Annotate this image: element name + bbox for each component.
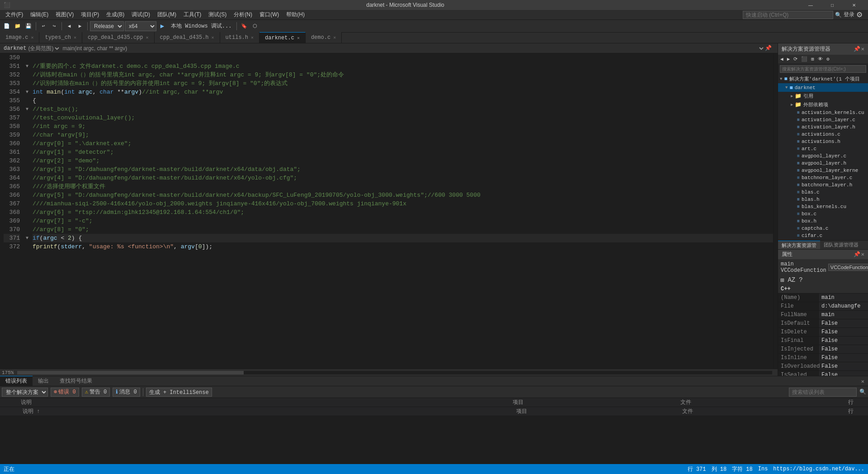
fold-btn[interactable] [24, 53, 31, 62]
se-file-item[interactable]: ≡ blas.h [778, 196, 868, 203]
col-description[interactable]: 说明 [18, 398, 510, 406]
menu-build[interactable]: 生成(B) [103, 10, 128, 19]
tab-close[interactable]: ✕ [31, 35, 33, 40]
fold-btn[interactable] [24, 208, 31, 217]
close-button[interactable]: ✕ [844, 0, 864, 10]
open-btn[interactable]: 📁 [13, 21, 23, 31]
error-count-btn[interactable]: ⊗ 错误 0 [51, 388, 79, 397]
se-filter-btn[interactable]: ⊞ [810, 56, 816, 62]
forward-btn[interactable]: ▶ [75, 21, 85, 31]
fold-btn[interactable] [24, 199, 31, 208]
se-file-item[interactable]: ≡ batchnorm_layer.h [778, 181, 868, 189]
se-folder-ext[interactable]: ▶ 📁 外部依赖项 [778, 100, 868, 109]
horizontal-scrollbar[interactable] [17, 371, 772, 374]
col-line[interactable]: 行 [845, 398, 868, 406]
se-props-btn[interactable]: ⚙ [825, 56, 831, 62]
bottom-panel-close[interactable]: ✕ [858, 377, 868, 386]
fold-btn[interactable]: ▼ [24, 105, 31, 114]
function-dropdown[interactable]: main(int argc, char ** argv) [61, 45, 765, 52]
tab-team-explorer[interactable]: 团队资源管理器 [820, 241, 862, 249]
tab-error-list[interactable]: 错误列表 [0, 376, 33, 386]
tab-output[interactable]: 输出 [33, 376, 54, 386]
start-debug-btn[interactable]: ▶ [157, 21, 167, 31]
platform-dropdown[interactable]: x64 x86 [125, 21, 156, 31]
tab-close[interactable]: ✕ [74, 35, 76, 40]
menu-window[interactable]: 窗口(W) [256, 10, 283, 19]
col-file[interactable]: 文件 [678, 398, 845, 406]
fold-btn[interactable] [24, 225, 31, 234]
minimize-button[interactable]: — [800, 0, 821, 10]
tab-image-c[interactable]: image.c ✕ [0, 32, 39, 43]
se-fwd-btn[interactable]: ▶ [786, 56, 792, 62]
maximize-button[interactable]: □ [822, 0, 843, 10]
tab-close[interactable]: ✕ [297, 35, 300, 41]
se-file-item[interactable]: ≡ blas_kernels.cu [778, 203, 868, 210]
menu-debug[interactable]: 调试(D) [128, 10, 154, 19]
warning-count-btn[interactable]: ⚠ 警告 0 [82, 388, 110, 397]
tab-cpp-deal-h[interactable]: cpp_deal_d435.h ✕ [155, 32, 220, 43]
fold-btn[interactable] [24, 242, 31, 251]
se-file-item[interactable]: ≡ art.c [778, 145, 868, 152]
menu-tools[interactable]: 工具(T) [180, 10, 205, 19]
se-file-item[interactable]: ≡ box.h [778, 218, 868, 225]
menu-team[interactable]: 团队(M) [154, 10, 180, 19]
fold-btn[interactable] [24, 114, 31, 122]
col-project[interactable]: 项目 [510, 398, 678, 406]
tab-solution-explorer[interactable]: 解决方案资源管 [778, 241, 820, 249]
fold-btn[interactable] [24, 156, 31, 165]
tab-types-ch[interactable]: types_ch ✕ [39, 32, 82, 43]
menu-edit[interactable]: 编辑(E) [27, 10, 52, 19]
prop-desc-btn[interactable]: ? [797, 276, 804, 284]
menu-analyze[interactable]: 分析(N) [230, 10, 256, 19]
se-file-item[interactable]: ≡ cifar.c [778, 232, 868, 239]
build-filter-btn[interactable]: 生成 + IntelliSense [146, 388, 212, 397]
menu-project[interactable]: 项目(P) [77, 10, 103, 19]
menu-test[interactable]: 测试(S) [205, 10, 230, 19]
tab-close[interactable]: ✕ [146, 35, 149, 40]
scope-dropdown[interactable]: (全局范围) [26, 45, 61, 52]
se-back-btn[interactable]: ◀ [779, 56, 785, 62]
menu-file[interactable]: 文件(F) [2, 10, 27, 19]
prop-type-dropdown[interactable]: VCCodeFunction [828, 264, 868, 271]
se-folder-ref[interactable]: ▶ 📁 引用 [778, 92, 868, 100]
fold-btn[interactable] [24, 79, 31, 88]
menu-help[interactable]: 帮助(H) [283, 10, 308, 19]
prop-cat-btn[interactable]: ⊞ [779, 276, 785, 284]
code-content[interactable]: //重要的四个.c 文件darknet.c demo.c cpp_deal_d4… [31, 53, 773, 369]
fold-btn[interactable] [24, 165, 31, 174]
fold-btn[interactable] [24, 148, 31, 156]
se-file-item[interactable]: ≡ box.c [778, 210, 868, 218]
se-file-item[interactable]: ≡ batchnorm_layer.c [778, 174, 868, 181]
quick-launch-input[interactable] [743, 11, 833, 19]
se-collapse-btn[interactable]: ⬛ [800, 56, 809, 62]
se-file-item[interactable]: ≡ activations.c [778, 131, 868, 138]
col-file-header[interactable]: 文件 [679, 408, 845, 415]
menu-view[interactable]: 视图(V) [52, 10, 77, 19]
save-btn[interactable]: 💾 [24, 21, 33, 31]
bookmark-btn[interactable]: 🔖 [239, 21, 249, 31]
fold-btn[interactable] [24, 139, 31, 148]
scrollbar-thumb[interactable] [17, 371, 244, 374]
fold-btn[interactable]: ▼ [24, 88, 31, 96]
se-solution-root[interactable]: ▼ ■ 解决方案'darknet'(1 个项目 [778, 75, 868, 83]
se-file-item[interactable]: ≡ blas.c [778, 189, 868, 196]
fold-btn[interactable] [24, 131, 31, 139]
se-file-item[interactable]: ≡ activation_kernels.cu [778, 109, 868, 116]
se-sync-btn[interactable]: ⟳ [792, 56, 799, 62]
se-file-item[interactable]: ≡ activation_layer.c [778, 116, 868, 123]
redo-btn[interactable]: ↪ [49, 21, 59, 31]
tab-darknet-c[interactable]: darknet.c ✕ [259, 32, 306, 43]
fold-btn[interactable] [24, 122, 31, 131]
prop-close[interactable]: ✕ [861, 251, 864, 258]
configuration-dropdown[interactable]: Release Debug [90, 21, 124, 31]
se-file-item[interactable]: ≡ activations.h [778, 138, 868, 145]
se-search-input[interactable] [780, 65, 866, 73]
tab-cpp-deal-cpp[interactable]: cpp_deal_d435.cpp ✕ [82, 32, 154, 43]
col-project-header[interactable]: 项目 [514, 408, 679, 415]
tab-close[interactable]: ✕ [251, 35, 254, 40]
fold-btn[interactable]: ▼ [24, 62, 31, 71]
tab-demo-c[interactable]: demo.c ✕ [306, 32, 342, 43]
error-scope-dropdown[interactable]: 整个解决方案 [2, 388, 48, 397]
prop-alpha-btn[interactable]: AZ [786, 276, 797, 284]
tab-close[interactable]: ✕ [333, 35, 336, 40]
